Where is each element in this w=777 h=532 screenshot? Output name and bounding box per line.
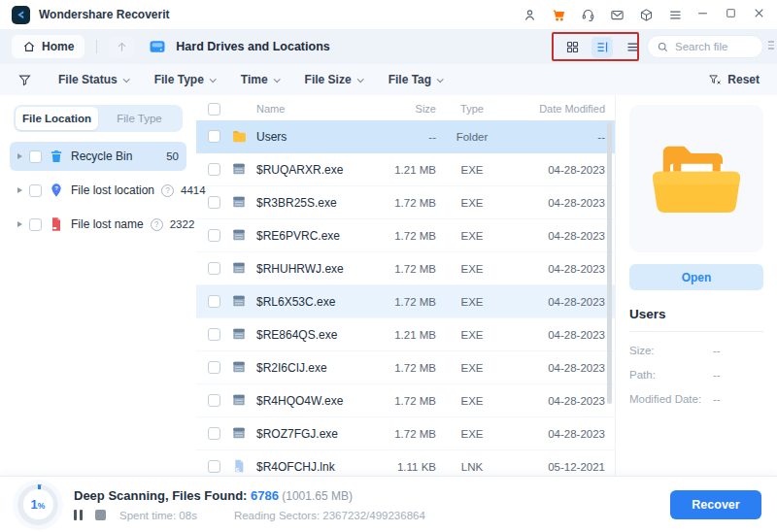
table-row[interactable]: Users -- Folder -- [196,120,615,153]
pause-button[interactable] [74,510,83,520]
filter-dropdown[interactable]: File Type [154,73,215,86]
search-icon [657,41,669,53]
column-date-modified[interactable]: Date Modified [539,103,605,115]
sidebar-tree-item[interactable]: Recycle Bin 50 [10,142,186,171]
recover-button[interactable]: Recover [670,490,761,519]
compact-view-button[interactable] [622,37,643,58]
select-all-checkbox[interactable] [208,103,220,116]
filter-label: File Type [154,73,204,86]
row-checkbox[interactable] [208,262,220,275]
table-row[interactable]: $R3BR25S.exe 1.72 MB EXE 04-28-2023 [196,186,615,219]
row-checkbox[interactable] [208,130,220,143]
sidebar-tree-item[interactable]: File lost name 2322 [10,210,186,239]
search-box[interactable] [647,35,763,58]
row-checkbox[interactable] [208,361,220,374]
row-checkbox[interactable] [208,460,220,473]
filter-dropdown[interactable]: Time [241,73,279,86]
item-checkbox[interactable] [29,150,42,163]
grid-view-button[interactable] [561,37,583,58]
app-title: Wondershare Recoverit [39,8,170,21]
open-button[interactable]: Open [629,264,763,290]
row-checkbox[interactable] [208,229,220,242]
preview-field: Path: -- [629,369,763,381]
item-count: 50 [166,150,179,162]
table-row[interactable]: $RUQARXR.exe 1.21 MB EXE 04-28-2023 [196,153,615,186]
expand-arrow-icon[interactable] [17,221,22,227]
table-row[interactable]: $RE6PVRC.exe 1.72 MB EXE 04-28-2023 [196,219,615,252]
field-value: -- [713,369,721,381]
row-checkbox[interactable] [208,163,220,176]
files-found-size: (1001.65 MB) [279,489,353,503]
item-checkbox[interactable] [29,184,42,197]
home-button[interactable]: Home [12,35,84,58]
table-row[interactable]: $ROZ7FGJ.exe 1.72 MB EXE 04-28-2023 [196,417,615,450]
file-date-modified: 04-28-2023 [548,197,605,209]
reset-label: Reset [727,73,760,86]
expand-arrow-icon[interactable] [17,153,22,159]
mail-icon[interactable] [609,7,625,22]
tab-file-location[interactable]: File Location [16,107,98,130]
filter-dropdown[interactable]: File Tag [388,73,442,86]
field-value: -- [713,393,721,405]
filter-label: File Tag [388,73,431,86]
table-row[interactable]: $R4OFCHJ.lnk 1.11 KB LNK 05-12-2021 [196,450,615,474]
table-row[interactable]: $RE864QS.exe 1.21 MB EXE 04-28-2023 [196,318,615,351]
file-size: -- [428,131,436,143]
vertical-scrollbar[interactable] [607,122,612,404]
reset-filters-button[interactable]: Reset [708,73,760,86]
navigate-up-button[interactable] [109,36,135,58]
exe-file-icon [231,161,248,178]
row-checkbox[interactable] [208,196,220,209]
row-checkbox[interactable] [208,328,220,341]
cart-icon[interactable] [551,7,566,22]
file-date-modified: 04-28-2023 [548,296,605,308]
column-size[interactable]: Size [416,103,436,115]
minimize-button[interactable] [696,6,709,23]
search-input[interactable] [675,41,753,52]
file-type: EXE [460,263,483,275]
column-name[interactable]: Name [256,103,355,115]
file-date-modified: 04-28-2023 [548,428,605,440]
stop-button[interactable] [95,510,106,520]
list-view-button[interactable] [591,37,613,58]
filter-label: File Status [58,73,118,86]
scan-status: Deep Scanning, Files Found: 6786 (1001.6… [74,488,425,521]
location-title: Hard Drives and Locations [176,40,329,53]
help-icon[interactable] [151,218,163,231]
row-checkbox[interactable] [208,394,220,407]
column-type[interactable]: Type [460,103,484,115]
maximize-button[interactable] [725,6,737,23]
app-logo-icon [12,6,30,24]
panel-collapse-handle[interactable] [768,41,774,50]
filter-dropdown[interactable]: File Status [58,73,128,86]
table-row[interactable]: $RHUHRWJ.exe 1.72 MB EXE 04-28-2023 [196,252,615,285]
help-icon[interactable] [161,184,174,197]
exe-file-icon [231,293,248,310]
file-size: 1.72 MB [394,428,436,440]
preview-fields: Size: -- Path: -- Modified Date: -- [629,345,763,405]
menu-icon[interactable] [667,7,683,22]
preview-thumbnail [629,105,763,252]
support-icon[interactable] [580,7,595,22]
file-type: EXE [460,428,483,440]
files-found-count: 6786 [251,488,279,503]
filter-dropdown[interactable]: File Size [305,73,362,86]
account-icon[interactable] [522,7,537,22]
table-row[interactable]: $R4HQO4W.exe 1.72 MB EXE 04-28-2023 [196,384,615,417]
package-icon[interactable] [638,7,654,22]
expand-arrow-icon[interactable] [17,187,22,193]
tab-file-type[interactable]: File Type [98,107,181,130]
table-header: Name Size Type Date Modified [196,97,615,120]
preview-title: Users [629,307,763,332]
sidebar-tree-item[interactable]: ? File lost location 4414 [10,176,186,205]
row-checkbox[interactable] [208,427,220,440]
table-row[interactable]: $RL6X53C.exe 1.72 MB EXE 04-28-2023 [196,285,615,318]
file-size: 1.72 MB [394,197,436,209]
file-type: EXE [460,296,483,308]
item-checkbox[interactable] [29,218,42,231]
table-row[interactable]: $R2I6CIJ.exe 1.72 MB EXE 04-28-2023 [196,351,615,384]
row-checkbox[interactable] [208,295,220,308]
chevron-down-icon [273,76,280,83]
close-button[interactable] [753,6,765,23]
scan-status-label: Deep Scanning, Files Found: [74,488,251,503]
